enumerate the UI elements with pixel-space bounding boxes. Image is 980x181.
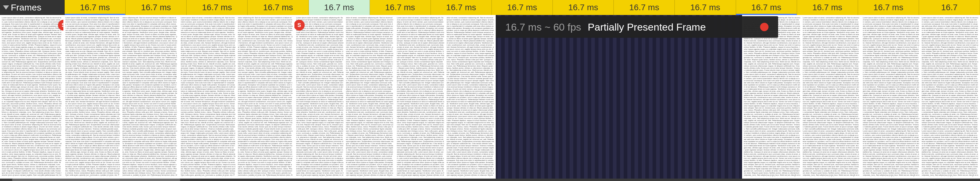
frame-cell[interactable]: 16.7 ms bbox=[370, 0, 431, 15]
content-area: Lorem ipsum dolor sit amet, consectetur … bbox=[0, 15, 980, 179]
frame-screenshot[interactable]: Lorem ipsum dolor sit amet, consectetur … bbox=[64, 15, 179, 179]
frame-screenshot[interactable]: Lorem ipsum dolor sit amet, consectetur … bbox=[742, 15, 861, 179]
frame-timing-label: 16.7 ms bbox=[263, 3, 293, 12]
frame-screenshot[interactable]: Lorem ipsum dolor sit amet, consectetur … bbox=[179, 15, 294, 179]
screenshot-group-3: Lorem ipsum dolor sit amet, consectetur … bbox=[742, 15, 980, 179]
screenshot-text: Lorem ipsum dolor sit amet, consectetur … bbox=[181, 17, 293, 177]
frame-cell[interactable]: 16.7 ms bbox=[492, 0, 553, 15]
frame-marker bbox=[65, 14, 125, 15]
frame-cell[interactable]: 16.7 ms bbox=[65, 0, 126, 15]
frame-timing-label: 16.7 ms bbox=[568, 3, 598, 12]
screenshot-text: Lorem ipsum dolor sit amet, consectetur … bbox=[397, 17, 494, 177]
horizontal-scrollbar[interactable] bbox=[0, 179, 980, 181]
frame-cells: 16.7 ms16.7 ms16.7 ms16.7 ms16.7 ms16.7 … bbox=[65, 0, 980, 15]
frames-row: Frames 16.7 ms16.7 ms16.7 ms16.7 ms16.7 … bbox=[0, 0, 980, 15]
frame-timing-label: 16.7 ms bbox=[202, 3, 232, 12]
frame-timing-label: 16.7 ms bbox=[873, 3, 904, 12]
frame-cell[interactable]: 16.7 ms bbox=[736, 0, 797, 15]
frame-timing-label: 16.7 ms bbox=[690, 3, 721, 12]
frame-screenshot[interactable]: Lorem ipsum dolor sit amet, consectetur … bbox=[395, 15, 496, 179]
frame-cell[interactable]: 16.7 bbox=[919, 0, 980, 15]
frame-cell[interactable]: 16.7 ms bbox=[797, 0, 858, 15]
frame-cell[interactable]: 16.7 ms bbox=[126, 0, 186, 15]
frame-cell[interactable]: 16.7 ms bbox=[675, 0, 736, 15]
frame-timing-label: 16.7 ms bbox=[629, 3, 659, 12]
frame-timing-label: 16.7 ms bbox=[507, 3, 537, 12]
frame-screenshot[interactable]: Lorem ipsum dolor sit amet, consectetur … bbox=[0, 15, 64, 179]
screenshot-text: Lorem ipsum dolor sit amet, consectetur … bbox=[744, 17, 859, 177]
scrollbar-thumb[interactable] bbox=[12, 179, 180, 181]
frame-timing-label: 16.7 ms bbox=[141, 3, 171, 12]
frame-cell[interactable]: 16.7 ms bbox=[858, 0, 919, 15]
frame-timing-label: 16.7 ms bbox=[812, 3, 842, 12]
screenshot-group-2: Lorem ipsum dolor sit amet, consectetur … bbox=[294, 15, 496, 179]
tooltip-timing: 16.7 ms ~ 60 fps bbox=[505, 21, 581, 33]
screenshot-text: Lorem ipsum dolor sit amet, consectetur … bbox=[2, 17, 62, 177]
frame-tooltip: 16.7 ms ~ 60 fps Partially Presented Fra… bbox=[496, 16, 778, 38]
frames-label-text: Frames bbox=[11, 2, 41, 13]
frame-cell[interactable]: 16.7 ms bbox=[614, 0, 675, 15]
frame-marker bbox=[736, 14, 797, 15]
screenshot-text: Lorem ipsum dolor sit amet, consectetur … bbox=[296, 17, 393, 177]
frame-timing-label: 16.7 bbox=[941, 3, 958, 12]
frame-timing-label: 16.7 ms bbox=[385, 3, 415, 12]
screenshot-text: Lorem ipsum dolor sit amet, consectetur … bbox=[65, 17, 177, 177]
frame-timing-label: 16.7 ms bbox=[80, 3, 110, 12]
frame-cell[interactable]: 16.7 ms bbox=[431, 0, 492, 15]
frames-track-label[interactable]: Frames bbox=[0, 0, 65, 15]
frame-screenshot[interactable]: Lorem ipsum dolor sit amet, consectetur … bbox=[861, 15, 980, 179]
tooltip-dot-icon bbox=[760, 23, 768, 31]
screenshot-text: Lorem ipsum dolor sit amet, consectetur … bbox=[863, 17, 978, 177]
frame-cell[interactable]: 16.7 ms bbox=[553, 0, 614, 15]
frame-timing-label: 16.7 ms bbox=[751, 3, 781, 12]
disclosure-triangle-icon[interactable] bbox=[3, 5, 9, 9]
frame-timing-label: 16.7 ms bbox=[446, 3, 476, 12]
tooltip-title: Partially Presented Frame bbox=[588, 21, 706, 33]
frame-screenshot[interactable]: Lorem ipsum dolor sit amet, consectetur … bbox=[294, 15, 395, 179]
frame-cell[interactable]: 16.7 ms bbox=[248, 0, 309, 15]
frame-cell[interactable]: 16.7 ms bbox=[309, 0, 370, 15]
screenshot-group-1: Lorem ipsum dolor sit amet, consectetur … bbox=[0, 15, 294, 179]
frame-cell[interactable]: 16.7 ms bbox=[186, 0, 248, 15]
frame-timing-label: 16.7 ms bbox=[324, 3, 354, 12]
